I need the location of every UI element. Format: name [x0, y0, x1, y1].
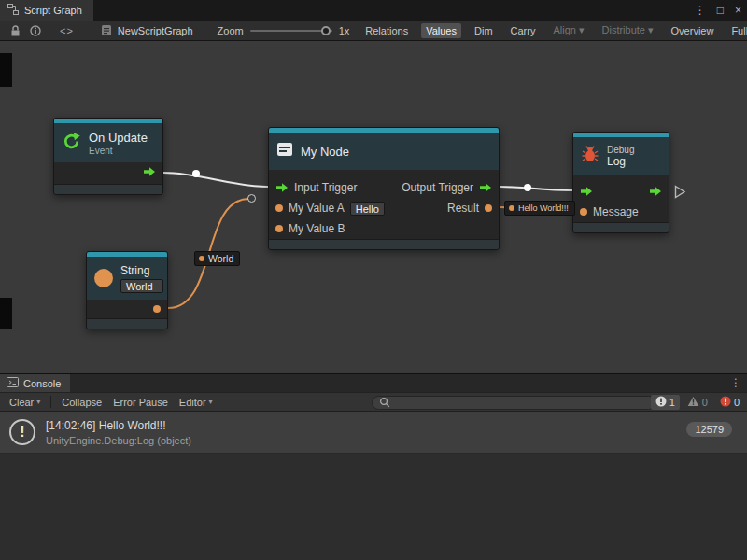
clear-button[interactable]: Clear ▾: [4, 396, 46, 409]
chevron-down-icon: ▾: [36, 398, 40, 406]
tab-script-graph[interactable]: Script Graph: [0, 0, 93, 21]
window-maximize-icon[interactable]: □: [717, 4, 724, 17]
error-count: 0: [734, 397, 740, 408]
info-icon[interactable]: [30, 25, 41, 36]
editor-dropdown[interactable]: Editor ▾: [174, 396, 218, 409]
string-literal-icon: [94, 269, 113, 287]
port-label: My Value B: [289, 222, 345, 235]
zoom-slider-handle[interactable]: [321, 26, 331, 35]
flow-pulse-dot: [192, 170, 200, 177]
carry-button[interactable]: Carry: [506, 23, 541, 38]
graph-toolbar: <> NewScriptGraph Zoom 1x Relations Valu…: [0, 21, 747, 41]
node-string[interactable]: String World: [86, 251, 168, 329]
window-tab-bar: Script Graph ⋮ □ ×: [0, 0, 747, 21]
node-footer: [54, 184, 162, 194]
node-title: On Update: [89, 131, 148, 145]
error-count-toggle[interactable]: 0: [715, 395, 744, 410]
flow-wire-onupdate-to-mynode[interactable]: [163, 173, 268, 187]
log-stacktrace: UnityEngine.Debug:Log (object): [46, 435, 191, 446]
graph-name-chip[interactable]: NewScriptGraph: [101, 24, 193, 36]
tab-console[interactable]: Console: [0, 374, 70, 392]
wire-value-bubble-world: World: [194, 251, 240, 266]
zoom-label: Zoom: [218, 25, 244, 36]
warning-count-toggle[interactable]: 0: [683, 395, 712, 410]
editor-label: Editor: [179, 397, 206, 408]
input-trigger-port[interactable]: Input Trigger: [275, 181, 357, 194]
value-dot: [509, 205, 514, 211]
flow-input-port[interactable]: [580, 186, 593, 197]
graph-canvas[interactable]: On Update Event My Node In: [0, 42, 747, 373]
unconnected-port-circle[interactable]: [247, 194, 256, 203]
console-menu-icon[interactable]: ⋮: [730, 376, 741, 389]
value-dot: [199, 256, 204, 261]
string-output-port[interactable]: [153, 305, 161, 313]
info-count-toggle[interactable]: 1: [651, 395, 680, 410]
message-port[interactable]: Message: [580, 205, 639, 218]
value-port-dot: [580, 208, 587, 216]
tab-title: Script Graph: [24, 5, 82, 16]
my-value-a-input[interactable]: Hello: [350, 202, 385, 216]
window-close-icon[interactable]: ×: [735, 4, 741, 17]
values-button[interactable]: Values: [421, 23, 461, 38]
code-icon[interactable]: <>: [60, 25, 74, 36]
port-label: Output Trigger: [402, 181, 473, 194]
port-label: Input Trigger: [294, 181, 357, 194]
search-input[interactable]: [394, 398, 648, 409]
on-update-icon: [62, 132, 81, 155]
node-title: Debug: [607, 145, 634, 155]
wire-value-bubble-hello-world: Hello World!!!: [504, 201, 575, 216]
search-icon: [379, 397, 390, 410]
play-triangle-icon: [674, 185, 686, 203]
node-on-update[interactable]: On Update Event: [53, 118, 163, 195]
node-footer: [269, 239, 499, 249]
result-port[interactable]: Result: [447, 202, 492, 215]
console-empty-area: [0, 454, 747, 560]
info-count: 1: [669, 397, 675, 408]
log-info-icon: !: [9, 419, 35, 445]
my-value-b-port[interactable]: My Value B: [275, 222, 345, 235]
value-port-dot: [485, 204, 492, 212]
wire-value-text: Hello World!!!: [518, 203, 569, 213]
console-log-entry[interactable]: ! [14:02:46] Hello World!!! UnityEngine.…: [0, 412, 747, 454]
graph-name: NewScriptGraph: [118, 25, 193, 36]
error-circle-icon: [720, 396, 731, 409]
window-menu-icon[interactable]: ⋮: [695, 4, 706, 17]
flow-wire-mynode-to-debug[interactable]: [500, 187, 572, 190]
console-panel: Console ⋮ Clear ▾ Collapse Error Pause E…: [0, 373, 747, 560]
relations-button[interactable]: Relations: [360, 23, 413, 38]
log-message: [14:02:46] Hello World!!!: [46, 419, 191, 432]
my-value-a-port[interactable]: My Value A Hello: [275, 202, 385, 216]
flow-output-port[interactable]: [649, 186, 662, 197]
error-pause-button[interactable]: Error Pause: [107, 396, 174, 409]
error-pause-label: Error Pause: [113, 397, 168, 408]
collapse-button[interactable]: Collapse: [56, 396, 107, 409]
node-subtitle: Event: [89, 146, 148, 156]
overview-button[interactable]: Overview: [667, 23, 719, 38]
zoom-slider[interactable]: [250, 30, 332, 32]
value-port-dot: [275, 204, 283, 212]
value-port-dot: [275, 225, 283, 232]
console-tab-label: Console: [23, 378, 61, 389]
node-footer: [87, 318, 167, 329]
port-label: Message: [593, 205, 639, 218]
bug-icon: [581, 145, 599, 167]
flow-output-port[interactable]: [143, 166, 156, 180]
output-trigger-port[interactable]: Output Trigger: [402, 181, 492, 194]
warning-count: 0: [702, 397, 708, 408]
warning-triangle-icon: [687, 396, 699, 409]
node-my-node[interactable]: My Node Input Trigger Output Trigger My …: [268, 127, 500, 250]
chevron-down-icon: ▾: [209, 398, 213, 406]
lock-icon[interactable]: [10, 25, 21, 36]
node-title: My Node: [301, 145, 349, 159]
console-icon: [7, 377, 19, 389]
node-title: String: [120, 264, 163, 277]
string-value-input[interactable]: World: [120, 279, 163, 293]
collapse-label: Collapse: [62, 397, 102, 408]
console-search[interactable]: [372, 396, 655, 410]
dim-button[interactable]: Dim: [470, 23, 498, 38]
distribute-button: Distribute ▾: [598, 22, 658, 38]
fullscreen-button[interactable]: Full S: [726, 23, 747, 38]
node-debug-log[interactable]: Debug Log Message: [572, 132, 669, 233]
zoom-value: 1x: [339, 25, 350, 36]
wire-value-text: World: [208, 253, 233, 264]
